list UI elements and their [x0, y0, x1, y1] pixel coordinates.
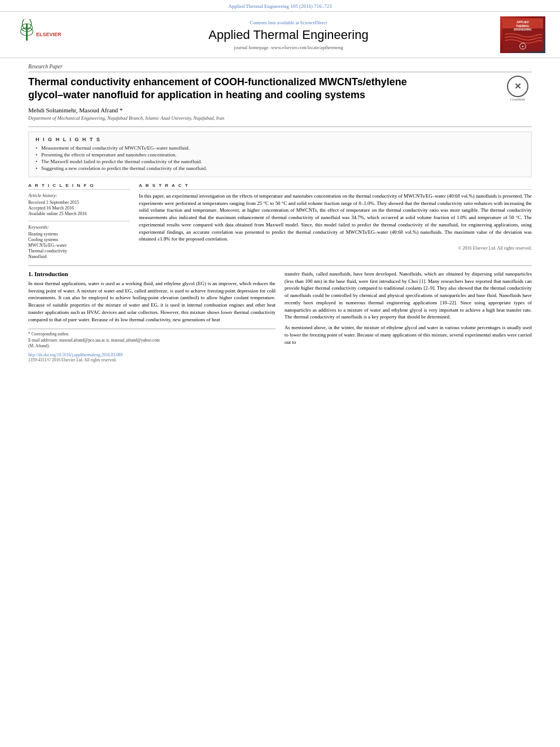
highlights-title: H I G H L I G H T S — [36, 137, 524, 142]
title-section: Thermal conductivity enhancement of COOH… — [28, 76, 532, 102]
email-suffix: (M. Afrand). — [28, 343, 275, 350]
introduction-section: 1. Introduction In most thermal applicat… — [28, 270, 532, 362]
keyword-3: MWCNTs/EG–water — [28, 243, 130, 248]
contents-available-text: Contents lists available at — [250, 20, 300, 25]
elsevier-logo-icon: ELSEVIER — [20, 19, 71, 50]
highlight-item-1: Measurement of thermal conductivity of M… — [36, 145, 524, 151]
journal-header: ELSEVIER Contents lists available at Sci… — [0, 12, 560, 58]
intro-section-title: 1. Introduction — [28, 270, 275, 277]
abstract-text: In this paper, an experimental investiga… — [139, 193, 532, 243]
article-info-panel: A R T I C L E I N F O Article history: R… — [28, 183, 130, 260]
accepted-date: Accepted 16 March 2016 — [28, 206, 130, 211]
svg-text:ENGINEERING: ENGINEERING — [514, 28, 532, 31]
affiliation-text: Department of Mechanical Engineering, Na… — [28, 115, 532, 121]
doi-link[interactable]: http://dx.doi.org/10.1016/j.applthermale… — [28, 352, 275, 357]
intro-paragraph-3: As mentioned above, in the winter, the m… — [285, 324, 532, 346]
corresponding-author-note: * Corresponding author. — [28, 331, 275, 338]
abstract-panel: A B S T R A C T In this paper, an experi… — [139, 183, 532, 260]
available-online-date: Available online 25 March 2016 — [28, 211, 130, 216]
article-history-label: Article history: — [28, 193, 130, 198]
intro-section-label: Introduction — [34, 270, 68, 277]
svg-text:APPLIED: APPLIED — [517, 21, 529, 24]
copyright-line: © 2016 Elsevier Ltd. All rights reserved… — [139, 246, 532, 251]
footnotes-section: * Corresponding author. E-mail addresses… — [28, 329, 275, 362]
svg-text:ELSEVIER: ELSEVIER — [36, 32, 62, 37]
issn-line: 1359-4311/© 2016 Elsevier Ltd. All right… — [28, 357, 275, 362]
article-info-title: A R T I C L E I N F O — [28, 183, 130, 190]
authors-line: Mehdi Soltanimehr, Masoud Afrand * — [28, 107, 532, 113]
crossmark-icon: ✕ — [507, 76, 528, 97]
highlight-item-2: Presenting the effects of temperature an… — [36, 152, 524, 158]
journal-citation-text: Applied Thermal Engineering 105 (2016) 7… — [228, 3, 332, 9]
highlight-item-4: Suggesting a new correlation to predict … — [36, 165, 524, 171]
journal-homepage: journal homepage: www.elsevier.com/locat… — [82, 45, 495, 50]
journal-cover-image: APPLIED THERMAL ENGINEERING ● — [500, 16, 545, 53]
highlights-list: Measurement of thermal conductivity of M… — [36, 145, 524, 171]
intro-section-number: 1. — [28, 270, 33, 277]
journal-citation-bar: Applied Thermal Engineering 105 (2016) 7… — [0, 0, 560, 12]
keyword-4: Thermal conductivity — [28, 248, 130, 254]
journal-title: Applied Thermal Engineering — [82, 28, 495, 42]
keyword-2: Cooling systems — [28, 237, 130, 242]
svg-text:THERMAL: THERMAL — [516, 25, 530, 28]
sciencedirect-link[interactable]: Contents lists available at ScienceDirec… — [82, 20, 495, 25]
svg-rect-1 — [26, 24, 28, 41]
journal-cover-area: APPLIED THERMAL ENGINEERING ● — [495, 16, 551, 53]
crossmark-badge[interactable]: ✕ CrossMark — [504, 76, 532, 101]
intro-paragraph-1: In most thermal applications, water is u… — [28, 280, 275, 324]
svg-text:●: ● — [522, 45, 523, 48]
article-title: Thermal conductivity enhancement of COOH… — [28, 76, 441, 102]
email-label: E-mail addresses: masoud.afrand@pco.iau.… — [28, 338, 160, 343]
journal-title-area: Contents lists available at ScienceDirec… — [82, 20, 495, 50]
highlight-item-3: The Maxwell model failed to predict the … — [36, 159, 524, 164]
cover-svg: APPLIED THERMAL ENGINEERING ● — [502, 16, 543, 53]
intro-left-column: 1. Introduction In most thermal applicat… — [28, 270, 275, 362]
highlights-section: H I G H L I G H T S Measurement of therm… — [28, 132, 532, 177]
info-abstract-section: A R T I C L E I N F O Article history: R… — [28, 183, 532, 260]
received-date: Received 1 September 2015 — [28, 200, 130, 205]
keywords-label: Keywords: — [28, 224, 130, 230]
crossmark-label: CrossMark — [510, 98, 526, 101]
article-type-label: Research Paper — [28, 64, 532, 72]
intro-right-column: transfer fluids, called nanofluids, have… — [285, 270, 532, 362]
homepage-label: journal homepage: www.elsevier.com/locat… — [234, 45, 343, 50]
main-content: Research Paper Thermal conductivity enha… — [0, 58, 560, 368]
keyword-5: Nanofluid — [28, 254, 130, 259]
sciencedirect-text[interactable]: ScienceDirect — [300, 20, 327, 25]
elsevier-logo-area: ELSEVIER — [9, 19, 82, 50]
email-line: E-mail addresses: masoud.afrand@pco.iau.… — [28, 338, 275, 344]
authors-text: Mehdi Soltanimehr, Masoud Afrand * — [28, 107, 123, 113]
abstract-title: A B S T R A C T — [139, 183, 532, 190]
keywords-section: Keywords: Heating systems Cooling system… — [28, 221, 130, 259]
intro-paragraph-2: transfer fluids, called nanofluids, have… — [285, 270, 532, 321]
divider-2 — [28, 265, 532, 266]
divider-1 — [28, 126, 532, 127]
keyword-1: Heating systems — [28, 231, 130, 237]
